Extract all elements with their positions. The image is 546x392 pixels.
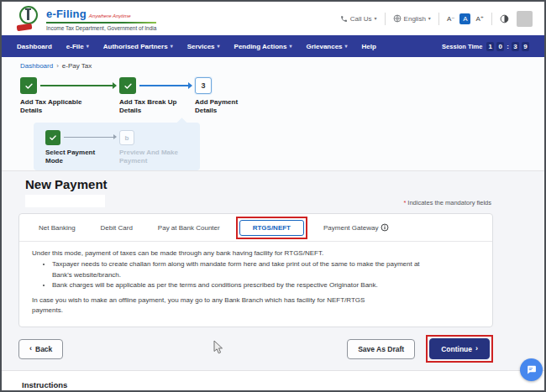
save-as-draft-button[interactable]: Save As Draft bbox=[347, 339, 415, 359]
bullet-item: Taxpayer needs to create challan form al… bbox=[52, 259, 427, 280]
payment-substeps-panel: b Select Payment Mode Preview And Make P… bbox=[34, 123, 200, 170]
payment-mode-card: Net Banking Debit Card Pay at Bank Count… bbox=[18, 213, 493, 327]
progress-stepper: 3 Add Tax Applicable Details Add Tax Bre… bbox=[20, 77, 544, 119]
substep-b-pending: b bbox=[119, 130, 134, 145]
nav-item-dashboard[interactable]: Dashboard bbox=[17, 43, 52, 50]
session-digit: 1 bbox=[486, 42, 494, 51]
chevron-down-icon bbox=[375, 16, 377, 21]
breadcrumb-dashboard-link[interactable]: Dashboard bbox=[20, 62, 53, 70]
substep-connector bbox=[64, 137, 116, 138]
font-increase-button[interactable]: A⁺ bbox=[475, 15, 484, 23]
back-button[interactable]: ‹ Back bbox=[18, 339, 63, 359]
chevron-down-icon bbox=[87, 44, 89, 49]
brand-tagline: Anywhere Anytime bbox=[89, 13, 131, 18]
chevron-down-icon bbox=[428, 16, 431, 21]
language-label: English bbox=[404, 15, 426, 23]
footer-area: Instructions bbox=[2, 370, 544, 389]
redacted-text bbox=[25, 195, 105, 207]
tab-payment-gateway[interactable]: Payment Gateway bbox=[311, 223, 402, 232]
nav-item-help[interactable]: Help bbox=[362, 43, 376, 50]
chat-fab-button[interactable] bbox=[520, 358, 543, 381]
session-timer-label: Session Time bbox=[442, 43, 482, 50]
outro-text: In case you wish to make an offline paym… bbox=[32, 295, 389, 316]
mandatory-asterisk: * bbox=[403, 199, 406, 206]
check-icon bbox=[24, 81, 34, 91]
contrast-toggle[interactable] bbox=[500, 14, 509, 24]
check-icon bbox=[123, 81, 133, 91]
annotation-box-continue: Continue › bbox=[426, 335, 493, 363]
rtgs-neft-tab-content: Under this mode, payment of taxes can be… bbox=[19, 242, 492, 327]
chevron-down-icon bbox=[345, 44, 348, 49]
payment-mode-tabs: Net Banking Debit Card Pay at Bank Count… bbox=[19, 214, 492, 242]
new-payment-section: New Payment *Indicates the mandatory fie… bbox=[2, 170, 544, 370]
info-icon[interactable] bbox=[381, 223, 389, 232]
chevron-left-icon: ‹ bbox=[29, 345, 32, 353]
globe-icon bbox=[393, 14, 402, 23]
main-navbar: Dashboard e-File Authorised Partners Ser… bbox=[2, 35, 544, 57]
substep-b-label: Preview And Make Payment bbox=[119, 149, 193, 166]
check-icon bbox=[49, 133, 57, 142]
session-digit: 0 bbox=[496, 42, 504, 51]
step-1-complete bbox=[20, 77, 37, 94]
tab-net-banking[interactable]: Net Banking bbox=[26, 224, 88, 232]
efiling-portal-window: e-FilingAnywhere Anytime Income Tax Depa… bbox=[0, 0, 546, 392]
instructions-heading: Instructions bbox=[22, 380, 544, 389]
session-digit: 3 bbox=[512, 42, 519, 51]
top-header: e-FilingAnywhere Anytime Income Tax Depa… bbox=[2, 2, 544, 35]
brand-title: e-Filing bbox=[46, 8, 87, 20]
chat-icon bbox=[526, 364, 537, 375]
mandatory-fields-note: *Indicates the mandatory fields bbox=[403, 199, 491, 206]
substep-a-complete bbox=[45, 130, 60, 145]
intro-text: Under this mode, payment of taxes can be… bbox=[32, 248, 480, 259]
stepper-connector bbox=[139, 85, 192, 86]
page-title: New Payment bbox=[25, 177, 528, 191]
step-3-active: 3 bbox=[195, 77, 212, 94]
nav-item-e-file[interactable]: e-File bbox=[66, 43, 89, 50]
font-decrease-button[interactable]: A⁻ bbox=[447, 15, 455, 23]
breadcrumb-separator: › bbox=[56, 62, 59, 70]
step-2-label: Add Tax Break Up Details bbox=[119, 98, 192, 116]
brand-underline bbox=[46, 22, 156, 24]
session-colon: : bbox=[507, 43, 509, 50]
breadcrumb-current: e-Pay Tax bbox=[62, 62, 92, 70]
contrast-icon bbox=[500, 14, 509, 24]
session-timer: Session Time 1 0 : 3 9 bbox=[442, 42, 529, 51]
chevron-down-icon bbox=[171, 44, 173, 49]
user-avatar[interactable] bbox=[517, 11, 533, 27]
chevron-down-icon bbox=[218, 44, 220, 49]
nav-item-pending-actions[interactable]: Pending Actions bbox=[234, 43, 292, 50]
step-2-complete bbox=[119, 77, 136, 94]
tab-debit-card[interactable]: Debit Card bbox=[88, 224, 145, 232]
session-digit: 9 bbox=[522, 42, 529, 51]
call-us-label: Call Us bbox=[350, 15, 372, 23]
brand-department: Income Tax Department, Government of Ind… bbox=[46, 25, 156, 31]
form-actions: ‹ Back Save As Draft Continue › bbox=[18, 335, 493, 363]
efiling-logo[interactable]: e-FilingAnywhere Anytime Income Tax Depa… bbox=[17, 6, 156, 31]
phone-icon bbox=[340, 15, 348, 23]
substep-a-label: Select Payment Mode bbox=[45, 149, 111, 166]
govt-emblem-icon bbox=[17, 6, 40, 31]
stepper-connector bbox=[40, 85, 116, 86]
breadcrumb: Dashboard › e-Pay Tax bbox=[2, 57, 544, 72]
bullet-item: Bank charges will be applicable as per t… bbox=[52, 280, 427, 290]
step-1-label: Add Tax Applicable Details bbox=[20, 98, 97, 116]
step-3-label: Add Payment Details bbox=[195, 98, 260, 116]
continue-button[interactable]: Continue › bbox=[429, 338, 490, 359]
nav-item-authorised-partners[interactable]: Authorised Partners bbox=[103, 43, 173, 50]
tab-rtgs-neft[interactable]: RTGS/NEFT bbox=[239, 220, 304, 236]
chevron-down-icon bbox=[289, 44, 291, 49]
chevron-right-icon: › bbox=[475, 345, 478, 353]
font-default-button[interactable]: A bbox=[459, 13, 470, 24]
call-us-menu[interactable]: Call Us bbox=[340, 15, 377, 23]
tab-pay-at-bank-counter[interactable]: Pay at Bank Counter bbox=[145, 224, 233, 232]
nav-item-grievances[interactable]: Grievances bbox=[306, 43, 347, 50]
nav-item-services[interactable]: Services bbox=[187, 43, 220, 50]
annotation-box-rtgs-neft: RTGS/NEFT bbox=[236, 217, 307, 239]
language-menu[interactable]: English bbox=[393, 14, 431, 23]
